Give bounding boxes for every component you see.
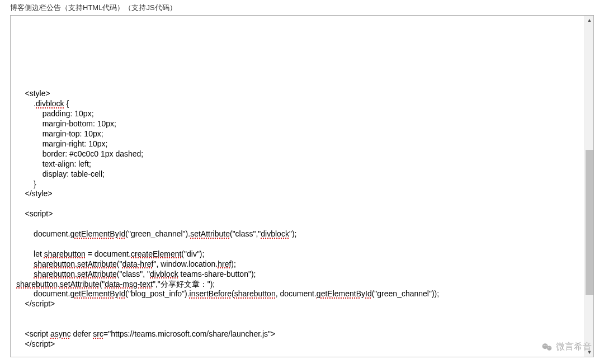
code-line: </script>: [16, 339, 55, 348]
svg-point-1: [547, 346, 551, 350]
code-line: text-align: left;: [16, 159, 91, 168]
svg-point-2: [544, 345, 545, 346]
svg-point-4: [548, 347, 549, 348]
code-line: document.getElementById("blog_post_info"…: [16, 289, 439, 298]
code-line: padding: 10px;: [16, 109, 94, 118]
scroll-up-button[interactable]: ▲: [585, 16, 594, 25]
code-editor-container: <style> .divblock { padding: 10px; margi…: [10, 15, 594, 357]
code-line: }: [16, 179, 36, 188]
code-line: sharebutton.setAttribute("data-href", wi…: [16, 259, 236, 268]
code-line: .divblock {: [16, 99, 69, 108]
code-line: sharebutton.setAttribute("class", "divbl…: [16, 270, 256, 278]
code-line: <script async defer src="https://teams.m…: [16, 329, 275, 338]
code-line: margin-bottom: 10px;: [16, 119, 116, 128]
code-line: sharebutton.setAttribute("data-msg-text"…: [16, 280, 215, 289]
code-line: margin-top: 10px;: [16, 129, 103, 138]
code-line: <style>: [16, 89, 50, 98]
watermark: 微言希音: [541, 341, 592, 353]
code-line: display: table-cell;: [16, 169, 105, 178]
code-line: document.getElementById("green_channel")…: [16, 229, 296, 238]
svg-point-3: [546, 345, 547, 346]
svg-point-5: [550, 347, 550, 348]
field-label: 博客侧边栏公告（支持HTML代码）（支持JS代码）: [0, 0, 604, 15]
scrollbar-vertical[interactable]: ▲ ▼: [584, 16, 593, 357]
wechat-icon: [541, 342, 553, 353]
code-line: <script>: [16, 209, 53, 218]
code-line: margin-right: 10px;: [16, 139, 107, 148]
code-line: </style>: [16, 189, 53, 198]
code-line: border: #c0c0c0 1px dashed;: [16, 149, 143, 158]
watermark-text: 微言希音: [556, 341, 592, 353]
scroll-thumb[interactable]: [586, 150, 593, 295]
code-editor[interactable]: <style> .divblock { padding: 10px; margi…: [11, 16, 584, 357]
code-line: let sharebutton = document.createElement…: [16, 249, 204, 258]
code-line: </script>: [16, 299, 55, 308]
